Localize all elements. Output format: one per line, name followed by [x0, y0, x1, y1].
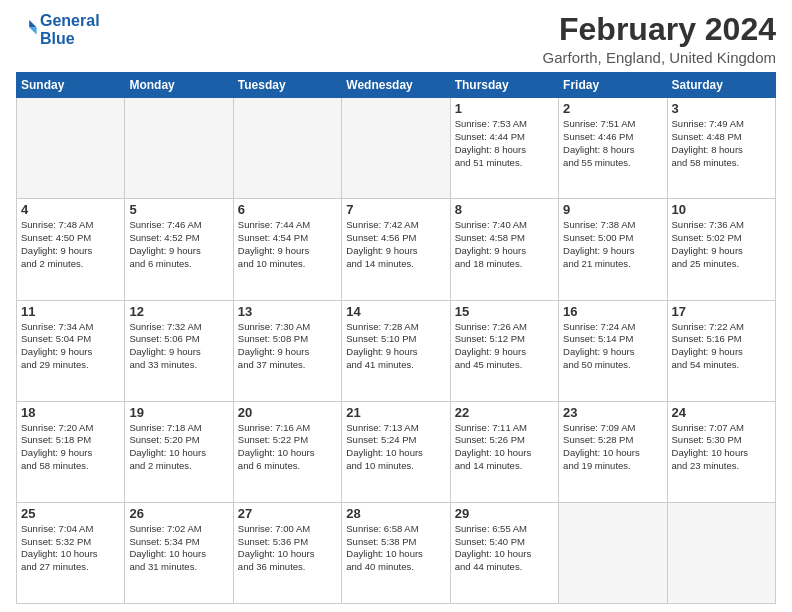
day-info: Sunrise: 7:44 AMSunset: 4:54 PMDaylight:…: [238, 219, 337, 270]
day-number: 6: [238, 202, 337, 217]
day-info: Sunrise: 7:20 AMSunset: 5:18 PMDaylight:…: [21, 422, 120, 473]
day-info: Sunrise: 7:18 AMSunset: 5:20 PMDaylight:…: [129, 422, 228, 473]
day-info: Sunrise: 7:00 AMSunset: 5:36 PMDaylight:…: [238, 523, 337, 574]
calendar-day-cell: 15Sunrise: 7:26 AMSunset: 5:12 PMDayligh…: [450, 300, 558, 401]
calendar-day-header: Friday: [559, 73, 667, 98]
day-number: 11: [21, 304, 120, 319]
page: General Blue February 2024 Garforth, Eng…: [0, 0, 792, 612]
calendar-day-cell: 19Sunrise: 7:18 AMSunset: 5:20 PMDayligh…: [125, 401, 233, 502]
day-number: 13: [238, 304, 337, 319]
calendar-day-cell: 28Sunrise: 6:58 AMSunset: 5:38 PMDayligh…: [342, 502, 450, 603]
day-number: 3: [672, 101, 771, 116]
calendar-day-cell: 14Sunrise: 7:28 AMSunset: 5:10 PMDayligh…: [342, 300, 450, 401]
day-number: 1: [455, 101, 554, 116]
title-sub: Garforth, England, United Kingdom: [543, 49, 776, 66]
day-number: 10: [672, 202, 771, 217]
day-info: Sunrise: 7:51 AMSunset: 4:46 PMDaylight:…: [563, 118, 662, 169]
day-number: 24: [672, 405, 771, 420]
calendar-day-cell: 4Sunrise: 7:48 AMSunset: 4:50 PMDaylight…: [17, 199, 125, 300]
day-info: Sunrise: 7:32 AMSunset: 5:06 PMDaylight:…: [129, 321, 228, 372]
calendar-week-row: 1Sunrise: 7:53 AMSunset: 4:44 PMDaylight…: [17, 98, 776, 199]
calendar-day-cell: 1Sunrise: 7:53 AMSunset: 4:44 PMDaylight…: [450, 98, 558, 199]
day-info: Sunrise: 7:22 AMSunset: 5:16 PMDaylight:…: [672, 321, 771, 372]
day-number: 29: [455, 506, 554, 521]
calendar-day-cell: 7Sunrise: 7:42 AMSunset: 4:56 PMDaylight…: [342, 199, 450, 300]
day-number: 17: [672, 304, 771, 319]
logo: General Blue: [16, 12, 100, 47]
calendar-day-cell: [233, 98, 341, 199]
svg-marker-1: [29, 27, 36, 34]
calendar-day-cell: 5Sunrise: 7:46 AMSunset: 4:52 PMDaylight…: [125, 199, 233, 300]
calendar-day-cell: 9Sunrise: 7:38 AMSunset: 5:00 PMDaylight…: [559, 199, 667, 300]
day-info: Sunrise: 7:42 AMSunset: 4:56 PMDaylight:…: [346, 219, 445, 270]
logo-icon: [16, 17, 38, 39]
day-number: 2: [563, 101, 662, 116]
day-number: 22: [455, 405, 554, 420]
day-info: Sunrise: 7:26 AMSunset: 5:12 PMDaylight:…: [455, 321, 554, 372]
day-info: Sunrise: 7:49 AMSunset: 4:48 PMDaylight:…: [672, 118, 771, 169]
day-number: 23: [563, 405, 662, 420]
calendar-day-cell: 29Sunrise: 6:55 AMSunset: 5:40 PMDayligh…: [450, 502, 558, 603]
calendar-day-header: Saturday: [667, 73, 775, 98]
day-info: Sunrise: 7:02 AMSunset: 5:34 PMDaylight:…: [129, 523, 228, 574]
calendar-day-cell: 13Sunrise: 7:30 AMSunset: 5:08 PMDayligh…: [233, 300, 341, 401]
logo-text: General Blue: [40, 12, 100, 47]
calendar-day-header: Wednesday: [342, 73, 450, 98]
day-number: 18: [21, 405, 120, 420]
day-info: Sunrise: 7:34 AMSunset: 5:04 PMDaylight:…: [21, 321, 120, 372]
day-number: 5: [129, 202, 228, 217]
calendar-day-cell: 10Sunrise: 7:36 AMSunset: 5:02 PMDayligh…: [667, 199, 775, 300]
day-info: Sunrise: 7:13 AMSunset: 5:24 PMDaylight:…: [346, 422, 445, 473]
day-number: 7: [346, 202, 445, 217]
calendar-day-cell: 3Sunrise: 7:49 AMSunset: 4:48 PMDaylight…: [667, 98, 775, 199]
day-number: 25: [21, 506, 120, 521]
day-number: 16: [563, 304, 662, 319]
calendar-week-row: 18Sunrise: 7:20 AMSunset: 5:18 PMDayligh…: [17, 401, 776, 502]
calendar-day-cell: 27Sunrise: 7:00 AMSunset: 5:36 PMDayligh…: [233, 502, 341, 603]
day-number: 14: [346, 304, 445, 319]
day-info: Sunrise: 7:53 AMSunset: 4:44 PMDaylight:…: [455, 118, 554, 169]
day-info: Sunrise: 7:38 AMSunset: 5:00 PMDaylight:…: [563, 219, 662, 270]
logo-line1: General: [40, 12, 100, 29]
day-info: Sunrise: 7:09 AMSunset: 5:28 PMDaylight:…: [563, 422, 662, 473]
day-number: 15: [455, 304, 554, 319]
calendar-day-cell: 21Sunrise: 7:13 AMSunset: 5:24 PMDayligh…: [342, 401, 450, 502]
header: General Blue February 2024 Garforth, Eng…: [16, 12, 776, 66]
calendar-day-cell: [125, 98, 233, 199]
calendar-day-cell: 20Sunrise: 7:16 AMSunset: 5:22 PMDayligh…: [233, 401, 341, 502]
title-block: February 2024 Garforth, England, United …: [543, 12, 776, 66]
day-number: 28: [346, 506, 445, 521]
day-number: 4: [21, 202, 120, 217]
day-info: Sunrise: 7:40 AMSunset: 4:58 PMDaylight:…: [455, 219, 554, 270]
calendar-day-cell: 6Sunrise: 7:44 AMSunset: 4:54 PMDaylight…: [233, 199, 341, 300]
day-number: 9: [563, 202, 662, 217]
day-number: 19: [129, 405, 228, 420]
day-info: Sunrise: 7:11 AMSunset: 5:26 PMDaylight:…: [455, 422, 554, 473]
day-info: Sunrise: 6:58 AMSunset: 5:38 PMDaylight:…: [346, 523, 445, 574]
day-info: Sunrise: 7:30 AMSunset: 5:08 PMDaylight:…: [238, 321, 337, 372]
day-number: 21: [346, 405, 445, 420]
title-main: February 2024: [543, 12, 776, 47]
day-info: Sunrise: 7:04 AMSunset: 5:32 PMDaylight:…: [21, 523, 120, 574]
day-number: 8: [455, 202, 554, 217]
calendar-day-cell: 18Sunrise: 7:20 AMSunset: 5:18 PMDayligh…: [17, 401, 125, 502]
calendar-day-cell: 24Sunrise: 7:07 AMSunset: 5:30 PMDayligh…: [667, 401, 775, 502]
calendar-week-row: 4Sunrise: 7:48 AMSunset: 4:50 PMDaylight…: [17, 199, 776, 300]
day-number: 27: [238, 506, 337, 521]
calendar-day-cell: 2Sunrise: 7:51 AMSunset: 4:46 PMDaylight…: [559, 98, 667, 199]
day-info: Sunrise: 7:24 AMSunset: 5:14 PMDaylight:…: [563, 321, 662, 372]
calendar-day-cell: 8Sunrise: 7:40 AMSunset: 4:58 PMDaylight…: [450, 199, 558, 300]
calendar-day-cell: 16Sunrise: 7:24 AMSunset: 5:14 PMDayligh…: [559, 300, 667, 401]
calendar-table: SundayMondayTuesdayWednesdayThursdayFrid…: [16, 72, 776, 604]
calendar-day-header: Monday: [125, 73, 233, 98]
day-info: Sunrise: 7:07 AMSunset: 5:30 PMDaylight:…: [672, 422, 771, 473]
day-number: 20: [238, 405, 337, 420]
calendar-day-cell: 23Sunrise: 7:09 AMSunset: 5:28 PMDayligh…: [559, 401, 667, 502]
day-number: 12: [129, 304, 228, 319]
day-info: Sunrise: 7:48 AMSunset: 4:50 PMDaylight:…: [21, 219, 120, 270]
day-info: Sunrise: 7:28 AMSunset: 5:10 PMDaylight:…: [346, 321, 445, 372]
calendar-day-cell: 26Sunrise: 7:02 AMSunset: 5:34 PMDayligh…: [125, 502, 233, 603]
calendar-day-header: Tuesday: [233, 73, 341, 98]
calendar-header-row: SundayMondayTuesdayWednesdayThursdayFrid…: [17, 73, 776, 98]
day-number: 26: [129, 506, 228, 521]
